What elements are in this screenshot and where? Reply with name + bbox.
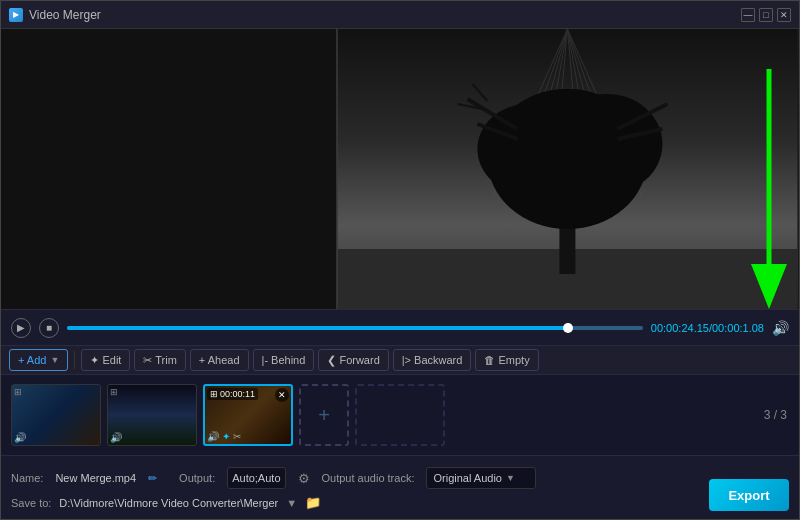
audio-select[interactable]: Original Audio ▼ (426, 467, 536, 489)
output-select[interactable]: Auto;Auto (227, 467, 285, 489)
preview-area (1, 29, 799, 309)
output-label: Output: (179, 472, 215, 484)
clip-3-duration: ⊞ 00:00:11 (207, 388, 258, 400)
clip-3-close[interactable]: ✕ (275, 388, 289, 402)
titlebar-title: Video Merger (29, 8, 101, 22)
output-gear-icon[interactable]: ⚙ (298, 471, 310, 486)
stop-button[interactable]: ■ (39, 318, 59, 338)
add-button[interactable]: + Add ▼ (9, 349, 68, 371)
toolbar: + Add ▼ ✦ Edit ✂ Trim + Ahead |- Behind … (1, 345, 799, 375)
progress-track[interactable] (67, 326, 643, 330)
app-icon: ▶ (9, 8, 23, 22)
time-display: 00:00:24.15/00:00:1.08 (651, 322, 764, 334)
play-button[interactable]: ▶ (11, 318, 31, 338)
backward-button[interactable]: |> Backward (393, 349, 472, 371)
clip-2-controls: 🔊 (110, 432, 122, 443)
clip-3-scissors[interactable]: ✂ (233, 431, 241, 442)
titlebar: ▶ Video Merger — □ ✕ (1, 1, 799, 29)
clip-3-volume[interactable]: 🔊 (207, 431, 219, 442)
close-button[interactable]: ✕ (777, 8, 791, 22)
maximize-button[interactable]: □ (759, 8, 773, 22)
clip-1-volume[interactable]: 🔊 (14, 432, 26, 443)
clip-1[interactable]: ⊞ 🔊 (11, 384, 101, 446)
save-dropdown-arrow[interactable]: ▼ (286, 497, 297, 509)
separator-1 (74, 351, 75, 369)
clip-2-icon: ⊞ (110, 387, 118, 397)
progress-fill (67, 326, 568, 330)
preview-divider (336, 29, 338, 309)
empty-slot (355, 384, 445, 446)
clip-3-controls: 🔊 ✦ ✂ (207, 431, 241, 442)
behind-button[interactable]: |- Behind (253, 349, 315, 371)
progress-thumb[interactable] (563, 323, 573, 333)
name-edit-icon[interactable]: ✏ (148, 472, 157, 485)
minimize-button[interactable]: — (741, 8, 755, 22)
clip-count: 3 / 3 (764, 408, 787, 422)
clip-1-icon: ⊞ (14, 387, 22, 397)
add-dropdown-arrow: ▼ (50, 355, 59, 365)
timeline-bar: ▶ ■ 00:00:24.15/00:00:1.08 🔊 (1, 309, 799, 345)
titlebar-left: ▶ Video Merger (9, 8, 101, 22)
bottom-bar: Name: New Merge.mp4 ✏ Output: Auto;Auto … (1, 455, 799, 520)
empty-button[interactable]: 🗑 Empty (475, 349, 538, 371)
clip-1-controls: 🔊 (14, 432, 26, 443)
bottom-row2: Save to: D:\Vidmore\Vidmore Video Conver… (11, 495, 789, 510)
trim-button[interactable]: ✂ Trim (134, 349, 185, 371)
clip-2[interactable]: ⊞ 🔊 (107, 384, 197, 446)
export-button[interactable]: Export (709, 479, 789, 511)
add-clip-button[interactable]: + (299, 384, 349, 446)
bottom-row1: Name: New Merge.mp4 ✏ Output: Auto;Auto … (11, 467, 789, 489)
name-label: Name: (11, 472, 43, 484)
tree-svg (336, 29, 799, 309)
forward-button[interactable]: ❮ Forward (318, 349, 388, 371)
clip-3-settings[interactable]: ✦ (222, 431, 230, 442)
volume-icon[interactable]: 🔊 (772, 320, 789, 336)
audio-label: Output audio track: (322, 472, 415, 484)
clip-2-volume[interactable]: 🔊 (110, 432, 122, 443)
preview-left (1, 29, 336, 309)
save-label: Save to: (11, 497, 51, 509)
svg-point-19 (508, 89, 628, 169)
audio-dropdown-arrow: ▼ (506, 473, 515, 483)
clip-3[interactable]: ⊞ 00:00:11 ✕ 🔊 ✦ ✂ (203, 384, 293, 446)
clip-area: ⊞ 🔊 ⊞ 🔊 ⊞ 00:00:11 ✕ 🔊 ✦ ✂ + 3 / 3 (1, 375, 799, 455)
folder-icon[interactable]: 📁 (305, 495, 321, 510)
preview-right (336, 29, 799, 309)
save-path: D:\Vidmore\Vidmore Video Converter\Merge… (59, 497, 278, 509)
ahead-button[interactable]: + Ahead (190, 349, 249, 371)
edit-button[interactable]: ✦ Edit (81, 349, 130, 371)
titlebar-controls: — □ ✕ (741, 8, 791, 22)
name-value: New Merge.mp4 (55, 472, 136, 484)
